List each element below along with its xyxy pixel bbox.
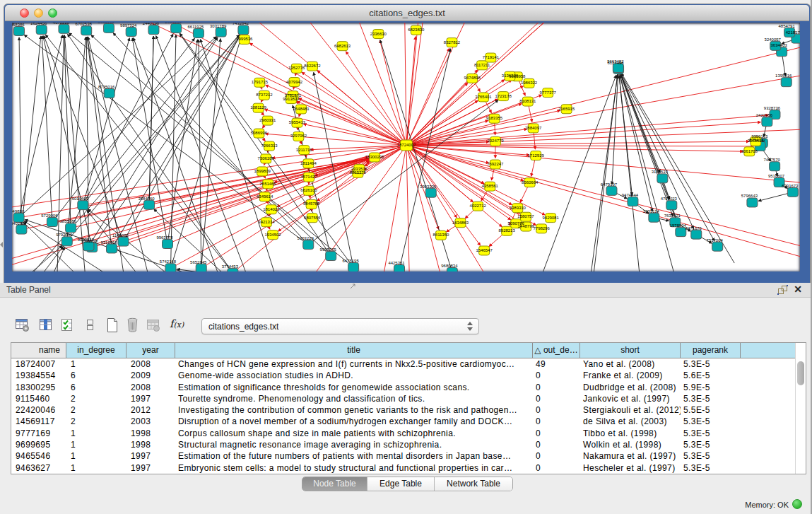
table-row[interactable]: 977716911998Corpus callosum shape and si… — [11, 428, 806, 439]
table-row[interactable]: 1872400712008Changes of HCN gene express… — [11, 358, 806, 370]
svg-text:6626100: 6626100 — [300, 188, 317, 192]
column-visibility-icon[interactable] — [37, 317, 54, 334]
status-bar: Memory: OK — [0, 495, 812, 514]
cell: 0 — [533, 370, 580, 381]
cell: Tourette syndrome. Phenomenology and cla… — [175, 393, 533, 404]
tab-edge-table[interactable]: Edge Table — [367, 477, 434, 491]
table-row[interactable]: 946554611997Estimation of the future num… — [11, 450, 806, 462]
rows-icon[interactable] — [82, 317, 99, 334]
svg-text:3765401: 3765401 — [475, 95, 492, 99]
cell: 2009 — [126, 370, 175, 381]
svg-text:4218579: 4218579 — [786, 30, 800, 35]
tab-node-table[interactable]: Node Table — [302, 477, 367, 491]
svg-text:4672228: 4672228 — [53, 23, 70, 25]
column-header-out_de[interactable]: △ out_de… — [533, 343, 580, 358]
cell: 18300295 — [11, 382, 66, 393]
svg-text:2333516: 2333516 — [351, 167, 368, 171]
svg-text:1986322: 1986322 — [521, 81, 538, 85]
cell: 5.3E-5 — [681, 428, 741, 439]
svg-text:3108533: 3108533 — [652, 170, 669, 174]
scrollbar-thumb[interactable] — [797, 361, 804, 385]
svg-text:5663482: 5663482 — [607, 59, 624, 64]
cell: Yano et al. (2008) — [580, 358, 681, 370]
svg-text:3634403: 3634403 — [771, 43, 788, 47]
svg-text:8411350: 8411350 — [433, 233, 449, 237]
svg-text:3584760: 3584760 — [138, 197, 155, 201]
svg-text:1146082: 1146082 — [112, 233, 129, 238]
svg-text:3993336: 3993336 — [420, 185, 437, 189]
cell: 19384554 — [11, 370, 66, 381]
network-canvas[interactable]: 1872400718300295705898616244564672228670… — [12, 23, 800, 271]
cell: 9777169 — [11, 428, 66, 439]
table-select-combo[interactable]: citations_edges.txt — [201, 318, 479, 334]
float-panel-icon[interactable] — [777, 285, 788, 295]
column-header-name[interactable]: name — [11, 343, 66, 358]
column-header-year[interactable]: year — [126, 343, 175, 358]
memory-status-label: Memory: OK — [745, 501, 789, 509]
svg-text:5086996: 5086996 — [251, 131, 268, 135]
delete-row-icon[interactable] — [124, 317, 141, 334]
cell: 9699695 — [11, 439, 66, 450]
table-settings-icon[interactable] — [14, 317, 31, 334]
cell: 0 — [533, 393, 580, 404]
svg-text:7058986: 7058986 — [12, 23, 25, 27]
svg-text:1580757: 1580757 — [517, 214, 534, 218]
svg-text:5742168: 5742168 — [160, 259, 177, 264]
table-row[interactable]: 1830029562008Estimation of significance … — [11, 382, 806, 393]
svg-text:6475195: 6475195 — [343, 259, 360, 263]
cell: 5.5E-5 — [681, 404, 741, 416]
table-row[interactable]: 2242004622012Investigating the contribut… — [11, 404, 806, 416]
svg-text:7692247: 7692247 — [487, 162, 504, 166]
close-panel-icon[interactable]: ✕ — [794, 284, 802, 295]
cell: 1998 — [126, 439, 175, 450]
table-panel-header: Table Panel ✕ — [0, 283, 812, 298]
column-header-in_degree[interactable]: in_degree — [66, 343, 126, 358]
cell: 5.6E-5 — [681, 370, 741, 381]
svg-text:5796643: 5796643 — [741, 194, 758, 198]
svg-text:7432842: 7432842 — [233, 23, 249, 25]
svg-text:7798296: 7798296 — [534, 226, 551, 230]
svg-text:9995375: 9995375 — [320, 247, 337, 252]
svg-text:18300295: 18300295 — [365, 155, 384, 159]
cell: 0 — [533, 404, 580, 416]
cell: Tibbo et al. (1998) — [580, 428, 681, 439]
table-row[interactable]: 911546021997Tourette syndrome. Phenomeno… — [11, 393, 806, 404]
svg-text:6807556: 6807556 — [304, 216, 321, 220]
svg-text:7266313: 7266313 — [261, 144, 278, 148]
cell: 22420046 — [11, 404, 66, 416]
svg-text:8471676: 8471676 — [686, 226, 702, 230]
svg-text:7632621: 7632621 — [664, 214, 681, 218]
function-builder-icon[interactable]: f(x) — [170, 317, 187, 334]
svg-text:1791715: 1791715 — [252, 80, 269, 84]
svg-text:8117211: 8117211 — [474, 63, 490, 67]
delete-table-icon[interactable] — [145, 317, 162, 334]
cell: 1998 — [126, 428, 175, 439]
table-row[interactable]: 1456911722003Disruption of a novel membe… — [11, 416, 806, 427]
window-titlebar[interactable]: citations_edges.txt — [5, 5, 809, 21]
column-header-title[interactable]: title — [175, 343, 533, 358]
new-table-icon[interactable] — [104, 317, 121, 334]
svg-text:6611925: 6611925 — [188, 25, 204, 29]
svg-text:2960331: 2960331 — [259, 118, 276, 122]
row-selection-icon[interactable] — [59, 317, 76, 334]
collapse-panel-arrow-icon[interactable] — [0, 242, 3, 247]
cell: 0 — [533, 428, 580, 439]
svg-text:2024779: 2024779 — [487, 139, 504, 143]
column-header-pagerank[interactable]: pagerank — [681, 343, 741, 358]
vertical-scrollbar[interactable] — [795, 343, 806, 474]
cell: 9115460 — [11, 393, 66, 404]
svg-text:6349614: 6349614 — [257, 194, 273, 199]
table-row[interactable]: 946362711997Embryonic stem cells: a mode… — [11, 462, 806, 474]
tab-network-table[interactable]: Network Table — [434, 477, 512, 491]
svg-text:8737212: 8737212 — [256, 93, 273, 97]
cell: 49 — [533, 358, 580, 370]
table-row[interactable]: 1938455462009Genome-wide association stu… — [11, 370, 806, 381]
panel-resize-handle-icon[interactable] — [349, 283, 356, 290]
column-header-short[interactable]: short — [580, 343, 681, 358]
cell: 5.3E-5 — [681, 393, 741, 404]
cell: 6 — [66, 370, 126, 381]
table-row[interactable]: 969969511998Structural magnetic resonanc… — [11, 439, 806, 450]
svg-text:1081129: 1081129 — [250, 105, 266, 110]
svg-text:3665993: 3665993 — [98, 23, 114, 24]
svg-text:3031789: 3031789 — [210, 24, 227, 28]
